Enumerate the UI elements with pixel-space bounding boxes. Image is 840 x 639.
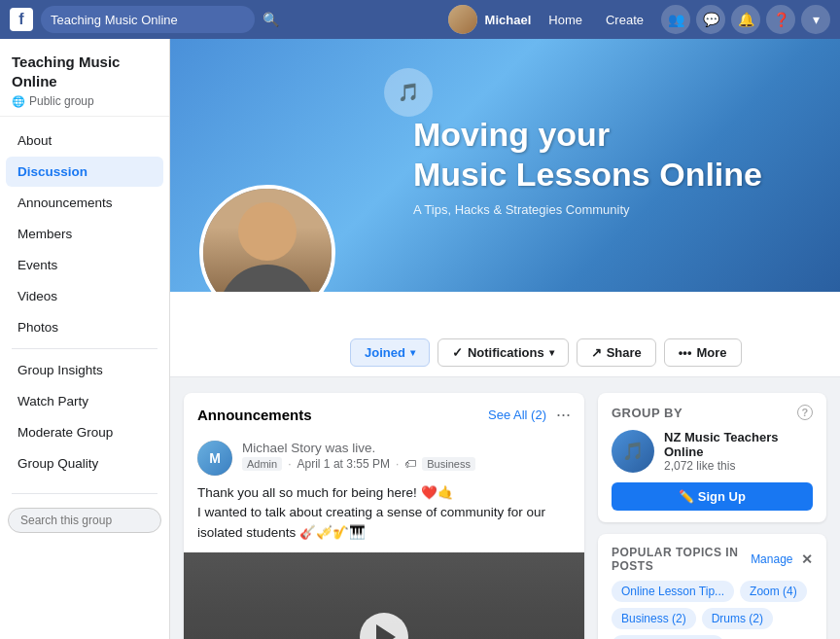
admin-badge: Admin [242,457,282,471]
joined-button[interactable]: Joined ▾ [350,338,430,367]
group-by-logo: 🎵 [612,430,654,473]
person-head [238,202,297,261]
post-video [184,552,584,639]
sidebar-item-events[interactable]: Events [6,250,163,280]
sidebar-item-group-quality[interactable]: Group Quality [6,448,163,479]
card-header-right: See All (2) ··· [488,405,571,425]
group-by-card: GROUP BY ? 🎵 NZ Music Teachers Online 2,… [598,393,826,522]
more-button[interactable]: ••• More [664,338,742,367]
sidebar-divider-2 [12,493,158,494]
cover-area: 🎵 Moving your Music Lessons Online A Tip… [170,39,840,377]
group-search-input[interactable] [8,508,161,533]
topic-tag-2[interactable]: Zoom (4) [740,581,807,602]
sidebar-divider [12,348,158,349]
profile-picture [199,185,335,292]
avatar [448,5,477,34]
group-title-area: Teaching Music Online 🌐 Public group [0,39,169,117]
see-all-link[interactable]: See All (2) [488,408,546,422]
notifications-button[interactable]: ✓ Notifications ▾ [438,338,569,367]
layout: Teaching Music Online 🌐 Public group Abo… [0,39,840,639]
cover-sub-text: A Tips, Hacks & Strategies Community [413,201,762,216]
popular-topics-header: POPULAR TOPICS IN POSTS Manage ✕ [612,546,813,573]
post-avatar-inner: M [197,441,232,476]
share-button[interactable]: ↗ Share [577,338,656,367]
group-by-info: NZ Music Teachers Online 2,072 like this [664,430,813,473]
messenger-icon-btn[interactable]: 💬 [696,5,725,34]
group-by-name: NZ Music Teachers Online [664,430,813,459]
nav-username: Michael [485,13,532,27]
sidebar-nav: About Discussion Announcements Members E… [0,117,169,487]
top-navigation: f 🔍 Michael Home Create 👥 💬 🔔 ❓ ▾ [0,0,840,39]
search-input[interactable] [41,6,255,33]
sidebar-item-announcements[interactable]: Announcements [6,188,163,218]
group-type: 🌐 Public group [12,94,158,108]
search-button[interactable]: 🔍 [262,12,279,27]
popular-topics-title: POPULAR TOPICS IN POSTS [612,546,751,573]
nav-create[interactable]: Create [596,9,653,31]
nav-home[interactable]: Home [539,9,592,31]
group-by-likes: 2,072 like this [664,459,813,473]
close-icon[interactable]: ✕ [801,551,814,567]
group-by-title: GROUP BY ? [612,405,813,420]
share-icon: ↗ [591,345,602,360]
topic-tag-3[interactable]: Business (2) [612,608,696,629]
sidebar-item-members[interactable]: Members [6,219,163,249]
action-bar: Joined ▾ ✓ Notifications ▾ ↗ Share ••• M… [170,292,840,377]
chevron-down-icon-2: ▾ [549,347,554,358]
card-header: Announcements See All (2) ··· [184,393,584,433]
post-author-avatar: M [197,441,232,476]
settings-icon-btn[interactable]: ▾ [801,5,830,34]
topic-tag-1[interactable]: Online Lesson Tip... [612,581,734,602]
post-date: April 1 at 3:55 PM [298,457,390,471]
main-content: 🎵 Moving your Music Lessons Online A Tip… [170,39,840,639]
topic-tag-5[interactable]: Teaching Apps (1) [612,635,724,639]
popular-topics-card: POPULAR TOPICS IN POSTS Manage ✕ Online … [598,534,826,639]
manage-link[interactable]: Manage [751,552,792,566]
announcements-card: Announcements See All (2) ··· M Michael [184,393,584,639]
info-icon[interactable]: ? [797,405,813,420]
post-text: Thank you all so much for being here! ❤️… [184,483,584,552]
sidebar-item-photos[interactable]: Photos [6,312,163,342]
cover-text-area: Moving your Music Lessons Online A Tips,… [413,115,762,217]
right-panel: GROUP BY ? 🎵 NZ Music Teachers Online 2,… [598,393,826,639]
checkmark-icon: ✓ [452,345,463,360]
post-tag-icon: 🏷 [404,457,416,471]
post-author: Michael Story was live. [242,441,571,455]
video-thumbnail [184,552,584,639]
group-name: Teaching Music Online [12,53,158,90]
person-body [219,265,316,292]
topic-tags: Online Lesson Tip... Zoom (4) Business (… [612,581,813,639]
sidebar-search-area [0,500,169,541]
sign-up-button[interactable]: ✏️ Sign Up [612,482,813,511]
sidebar-item-discussion[interactable]: Discussion [6,157,163,187]
sidebar-item-about[interactable]: About [6,125,163,156]
announcements-title: Announcements [197,407,312,423]
profile-pic-inner [203,189,332,292]
group-by-row: 🎵 NZ Music Teachers Online 2,072 like th… [612,430,813,473]
left-sidebar: Teaching Music Online 🌐 Public group Abo… [0,39,170,639]
feed-column: Announcements See All (2) ··· M Michael [184,393,584,639]
post-info: Michael Story was live. Admin · April 1 … [242,441,571,471]
sidebar-item-group-insights[interactable]: Group Insights [6,355,163,385]
facebook-logo: f [10,8,33,31]
sidebar-item-watch-party[interactable]: Watch Party [6,386,163,416]
topic-tag-4[interactable]: Drums (2) [702,608,773,629]
dots-icon: ••• [679,345,692,360]
post-meta: M Michael Story was live. Admin · April … [184,433,584,483]
help-icon-btn[interactable]: ❓ [766,5,795,34]
cover-image: 🎵 Moving your Music Lessons Online A Tip… [170,39,840,292]
feed-area: Announcements See All (2) ··· M Michael [170,377,840,639]
globe-icon: 🌐 [12,95,25,108]
post-options-button[interactable]: ··· [556,405,571,425]
chevron-down-icon: ▾ [410,347,415,358]
post-detail: Admin · April 1 at 3:55 PM · 🏷 Business [242,457,571,471]
cover-main-text: Moving your Music Lessons Online [413,115,762,195]
sidebar-item-videos[interactable]: Videos [6,281,163,311]
sidebar-item-moderate-group[interactable]: Moderate Group [6,417,163,447]
post-tag: Business [422,457,475,471]
friends-icon-btn[interactable]: 👥 [661,5,690,34]
notifications-icon-btn[interactable]: 🔔 [731,5,760,34]
cover-logo: 🎵 [384,68,433,117]
